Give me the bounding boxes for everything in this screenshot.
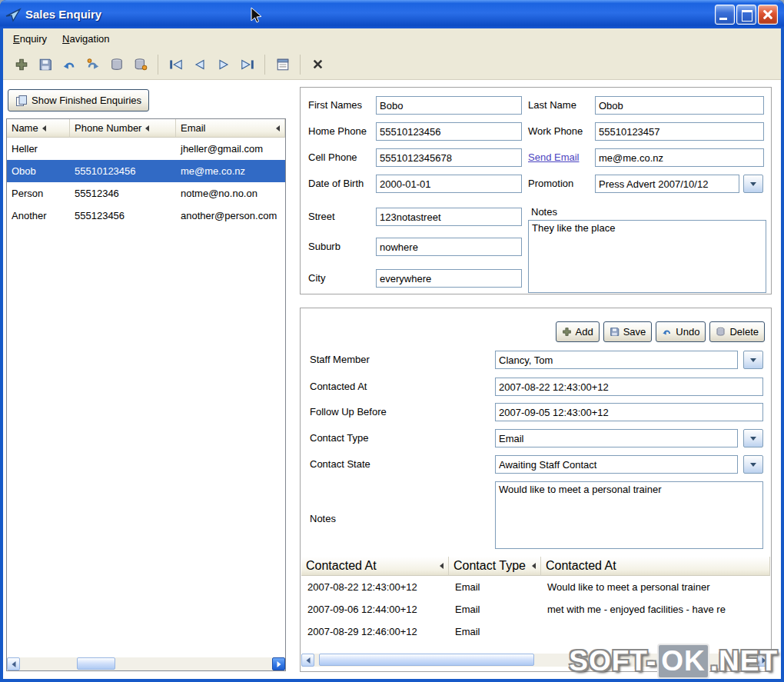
contact-type-input[interactable] [495, 429, 738, 447]
close-x-icon [312, 58, 324, 70]
enquiry-row[interactable]: Heller jheller@gmail.com [7, 138, 285, 160]
scroll-right-button[interactable] [272, 657, 285, 670]
plus-icon [562, 327, 572, 337]
history-column-notes[interactable]: Contacted At [541, 557, 770, 576]
last-record-button[interactable] [235, 53, 259, 76]
contact-add-button[interactable]: Add [556, 321, 600, 342]
history-row[interactable]: 2007-08-22 12:43:00+12 Email Would like … [301, 576, 770, 598]
save-label: Save [623, 326, 646, 338]
suburb-label: Suburb [308, 238, 341, 256]
delete-label: Delete [729, 326, 759, 338]
soft-ok-watermark: SOFT-OK.NET [569, 644, 778, 679]
scroll-left-button[interactable] [301, 654, 314, 667]
history-column-contact-type[interactable]: Contact Type [449, 557, 541, 576]
date-of-birth-input[interactable] [376, 175, 522, 193]
enquiry-row[interactable]: Another 555123456 another@person.com [7, 205, 285, 227]
report-button[interactable] [271, 53, 294, 76]
column-label: Contact Type [453, 559, 526, 573]
window-title: Sales Enquiry [25, 8, 715, 21]
home-phone-input[interactable] [376, 122, 522, 141]
cell-phone: 55512346 [70, 188, 176, 199]
scroll-thumb[interactable] [319, 654, 534, 666]
date-of-birth-label: Date of Birth [308, 175, 364, 193]
column-header-phone[interactable]: Phone Number [70, 119, 176, 138]
undo-button[interactable] [57, 53, 81, 76]
email-input[interactable] [595, 148, 764, 167]
column-header-email[interactable]: Email [176, 119, 285, 138]
close-button[interactable] [758, 5, 778, 25]
title-bar: Sales Enquiry [0, 0, 784, 28]
promotion-input[interactable] [595, 175, 739, 193]
suburb-input[interactable] [376, 238, 522, 256]
person-notes-label: Notes [531, 203, 557, 221]
save-button[interactable] [33, 53, 57, 76]
enquiry-row-selected[interactable]: Obob 55510123456 me@me.co.nz [7, 160, 285, 182]
menu-navigation[interactable]: Navigation [55, 30, 116, 48]
enquiry-row[interactable]: Person 55512346 notme@no.no.on [7, 182, 285, 205]
history-row[interactable]: 2007-09-06 12:44:00+12 Email met with me… [301, 598, 770, 620]
app-window: Sales Enquiry Enquiry Navigation [0, 0, 784, 682]
staff-member-label: Staff Member [310, 351, 370, 369]
enquiry-list-header: Name Phone Number Email [7, 119, 285, 138]
follow-up-before-input[interactable] [495, 403, 763, 421]
promotion-dropdown-button[interactable] [743, 175, 763, 193]
contact-delete-button[interactable]: Delete [709, 321, 765, 342]
column-label: Contacted At [546, 559, 616, 573]
client-area: Show Finished Enquiries Name Phone Numbe… [3, 80, 781, 679]
sort-icon [440, 563, 443, 569]
column-header-name[interactable]: Name [7, 119, 70, 138]
sync-button[interactable] [128, 53, 152, 76]
contact-type-dropdown-button[interactable] [743, 429, 763, 447]
add-button[interactable] [9, 53, 33, 76]
contacted-at-input[interactable] [495, 378, 763, 396]
last-name-label: Last Name [528, 96, 576, 115]
cancel-button[interactable] [306, 53, 330, 76]
scroll-thumb[interactable] [77, 657, 115, 670]
person-notes-textarea[interactable]: They like the place [528, 220, 766, 293]
send-email-link[interactable]: Send Email [528, 148, 579, 167]
work-phone-input[interactable] [595, 122, 764, 141]
cell-contact-type: Email [449, 581, 541, 593]
contact-save-button[interactable]: Save [603, 321, 653, 342]
contact-state-dropdown-button[interactable] [743, 455, 763, 474]
first-names-input[interactable] [376, 96, 522, 115]
history-column-contacted-at[interactable]: Contacted At [301, 557, 449, 576]
delete-button[interactable] [105, 53, 128, 76]
contact-state-input[interactable] [495, 455, 738, 474]
next-record-button[interactable] [211, 53, 235, 76]
previous-record-button[interactable] [188, 53, 211, 76]
staff-member-input[interactable] [495, 351, 738, 369]
cell-phone-input[interactable] [376, 148, 522, 167]
contact-undo-button[interactable]: Undo [656, 321, 706, 342]
window-controls [715, 5, 778, 25]
next-record-icon [216, 58, 231, 71]
contact-button-row: Add Save Undo [556, 321, 765, 342]
watermark-part2: OK [657, 644, 709, 679]
cell-notes: Would like to meet a personal trainer [541, 581, 770, 593]
menu-enquiry[interactable]: Enquiry [6, 30, 54, 48]
contact-panel: Add Save Undo [300, 308, 772, 672]
refresh-button[interactable] [81, 53, 105, 76]
contact-notes-textarea[interactable]: Would like to meet a personal trainer [495, 481, 763, 549]
cell-name: Person [7, 188, 70, 199]
contacted-at-label: Contacted At [310, 378, 367, 396]
first-record-icon [168, 58, 184, 71]
scroll-track[interactable] [20, 657, 272, 670]
scroll-left-button[interactable] [7, 657, 20, 670]
first-record-button[interactable] [164, 53, 188, 76]
street-input[interactable] [376, 208, 522, 226]
minimize-button[interactable] [715, 5, 735, 25]
show-finished-enquiries-button[interactable]: Show Finished Enquiries [8, 89, 149, 111]
sort-icon [532, 563, 536, 569]
add-label: Add [576, 326, 593, 338]
staff-member-dropdown-button[interactable] [743, 351, 763, 369]
city-input[interactable] [376, 269, 522, 288]
person-detail-panel: First Names Last Name Home Phone Work Ph… [300, 87, 772, 294]
last-name-input[interactable] [595, 96, 764, 115]
cell-email: another@person.com [176, 210, 285, 221]
street-label: Street [308, 208, 335, 226]
maximize-button[interactable] [736, 5, 756, 25]
undo-label: Undo [676, 326, 699, 338]
history-row[interactable]: 2007-08-29 12:46:00+12 Email [301, 620, 770, 643]
column-label: Name [12, 122, 38, 134]
